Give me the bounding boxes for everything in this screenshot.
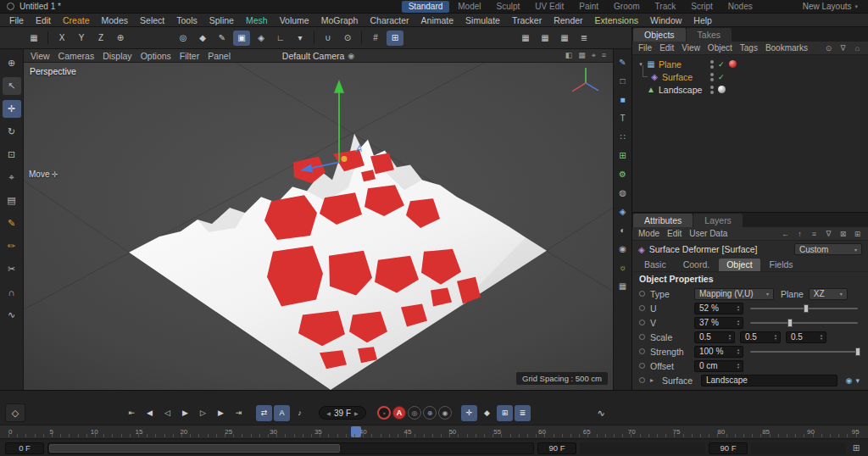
- environment-icon[interactable]: ◐: [616, 224, 630, 236]
- prev-frame-button[interactable]: ◁: [159, 405, 175, 421]
- anim-dot-icon[interactable]: [639, 348, 645, 354]
- grid-toggle-icon[interactable]: ▦: [578, 51, 586, 60]
- lock-y-button[interactable]: Y: [73, 31, 90, 46]
- material-swatch-white[interactable]: [718, 86, 726, 93]
- menu-item[interactable]: Animate: [415, 15, 460, 25]
- scene-3d-view[interactable]: A: [24, 63, 613, 390]
- stepper-icon[interactable]: [771, 334, 777, 341]
- scale-tool[interactable]: ⊡: [3, 146, 21, 164]
- strength-slider[interactable]: [750, 346, 858, 358]
- am-menu-item[interactable]: Mode: [638, 229, 659, 238]
- om-menu-item[interactable]: Bookmarks: [765, 43, 808, 53]
- viewport-canvas[interactable]: A Perspective Move Grid Spacing : 500 cm: [24, 63, 613, 390]
- workplane-tool[interactable]: ▤: [3, 192, 21, 209]
- scale-x-field[interactable]: 0.5: [694, 331, 735, 343]
- stepper-icon[interactable]: [733, 348, 740, 355]
- object-label-landscape[interactable]: Landscape: [659, 85, 702, 95]
- up-icon[interactable]: ↑: [795, 230, 804, 238]
- primitive-cube-icon[interactable]: ◆: [194, 31, 211, 46]
- move-tool[interactable]: ✛: [3, 100, 21, 118]
- pen-tool[interactable]: ✎: [3, 214, 21, 232]
- tree-row-landscape[interactable]: ▲ Landscape: [632, 83, 868, 96]
- viewport-menu-item[interactable]: View: [31, 51, 50, 61]
- stepper-icon[interactable]: [733, 305, 740, 312]
- am-menu-item[interactable]: Edit: [667, 229, 682, 238]
- enabled-check-icon[interactable]: ✓: [718, 73, 725, 81]
- slider-handle[interactable]: [804, 304, 809, 313]
- anim-dot-icon[interactable]: [639, 291, 645, 297]
- new-layouts-button[interactable]: New Layouts: [803, 2, 861, 11]
- light-icon[interactable]: ☼: [616, 261, 630, 274]
- om-menu-item[interactable]: View: [682, 43, 700, 53]
- project-end-field[interactable]: 90 F: [709, 442, 748, 454]
- visibility-dots[interactable]: [710, 73, 714, 81]
- layout-item[interactable]: Track: [648, 1, 683, 13]
- magnet-icon[interactable]: ⊙: [339, 31, 356, 46]
- viewport-menu-item[interactable]: Cameras: [58, 51, 95, 61]
- select-tool[interactable]: ↖: [3, 77, 21, 95]
- grid-snap-icon[interactable]: #: [367, 31, 384, 46]
- object-label-plane[interactable]: Plane: [659, 59, 682, 70]
- toolbar-dropdown-icon[interactable]: ▾: [292, 31, 309, 46]
- menu-item[interactable]: File: [3, 15, 30, 25]
- range-start-field[interactable]: 0 F: [5, 442, 44, 454]
- knife-tool[interactable]: ✂: [3, 260, 21, 278]
- layout-item[interactable]: Nodes: [721, 1, 760, 13]
- expand-arrow-icon[interactable]: [650, 376, 657, 384]
- type-dropdown[interactable]: Mapping (V,U): [694, 288, 774, 300]
- mograph-icon[interactable]: ∷: [616, 131, 630, 143]
- coord-system-button[interactable]: ⊕: [112, 31, 129, 46]
- v-value-field[interactable]: 37 %: [694, 317, 743, 329]
- layers-icon[interactable]: ≣: [576, 31, 593, 46]
- cube-icon[interactable]: ■: [616, 93, 630, 106]
- plane-dropdown[interactable]: XZ: [809, 288, 848, 300]
- preset-dropdown[interactable]: Custom: [794, 243, 862, 255]
- viewport-menu-item[interactable]: Display: [103, 51, 131, 61]
- axes-toggle-icon[interactable]: ⌖: [592, 51, 596, 60]
- spline-icon[interactable]: □: [616, 75, 630, 87]
- tree-row-surface[interactable]: ◈ Surface ✓: [632, 70, 868, 83]
- sound-icon[interactable]: ♪: [292, 405, 308, 421]
- picker-icon[interactable]: ◉: [846, 376, 853, 385]
- render-settings-button[interactable]: ▦: [537, 31, 554, 46]
- menu-item[interactable]: Extensions: [589, 15, 644, 25]
- attribute-tab[interactable]: Basic: [637, 259, 674, 271]
- next-frame-button[interactable]: ▷: [195, 405, 211, 421]
- autokey-button[interactable]: A: [392, 406, 406, 420]
- keyframe-selection-button[interactable]: ◎: [408, 406, 421, 420]
- layout-item[interactable]: Sculpt: [490, 1, 527, 13]
- workplane-icon[interactable]: ▦: [25, 31, 42, 46]
- enabled-check-icon[interactable]: ✓: [718, 60, 725, 69]
- material-icon[interactable]: ▦: [616, 280, 630, 292]
- filter-icon[interactable]: ∇: [838, 44, 848, 53]
- rotate-tool[interactable]: ↻: [3, 123, 21, 141]
- stepper-icon[interactable]: [725, 334, 732, 341]
- modeling-settings-icon[interactable]: ◎: [175, 31, 192, 46]
- filter-icon[interactable]: ∇: [824, 230, 833, 238]
- key-interpolation-icon[interactable]: ◆: [479, 405, 495, 421]
- om-menu-item[interactable]: File: [638, 43, 652, 53]
- zoom-tool[interactable]: ⊕: [3, 54, 21, 72]
- expand-arrow-icon[interactable]: [637, 61, 645, 68]
- menu-item[interactable]: Spline: [203, 15, 240, 25]
- prev-key-button[interactable]: ◀: [142, 405, 158, 421]
- slider-handle[interactable]: [787, 319, 793, 327]
- menu-item[interactable]: Modes: [96, 15, 135, 25]
- anim-dot-icon[interactable]: [639, 305, 645, 311]
- bridge-tool[interactable]: ∩: [3, 283, 21, 301]
- range-end-field[interactable]: 90 F: [537, 442, 576, 454]
- am-menu-item[interactable]: User Data: [689, 229, 727, 238]
- anim-dot-icon[interactable]: [639, 363, 645, 369]
- volume-builder-icon[interactable]: ▣: [233, 31, 250, 46]
- pen-icon[interactable]: ✎: [616, 56, 630, 69]
- surface-link-field[interactable]: Landscape: [701, 375, 837, 386]
- view-mode-label[interactable]: Perspective: [30, 66, 76, 76]
- stepper-icon[interactable]: [816, 334, 823, 341]
- menu-item[interactable]: Tools: [170, 15, 203, 25]
- scale-y-field[interactable]: 0.5: [740, 331, 781, 343]
- quantize-icon[interactable]: ⊞: [387, 31, 403, 46]
- current-frame-field[interactable]: 39 F: [319, 406, 366, 420]
- menu-item[interactable]: Select: [134, 15, 170, 25]
- timeline-options-icon[interactable]: ⊞: [849, 442, 863, 455]
- render-queue-button[interactable]: ▦: [556, 31, 573, 46]
